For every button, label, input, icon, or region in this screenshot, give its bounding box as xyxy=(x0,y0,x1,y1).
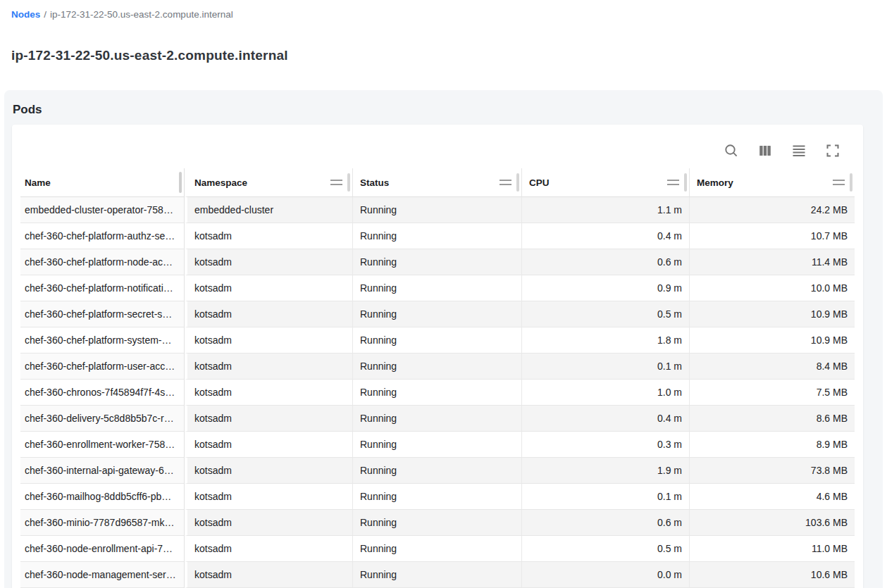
column-drag-handle-icon[interactable] xyxy=(667,180,679,185)
column-label: Memory xyxy=(697,177,733,188)
cell-memory: 103.6 MB xyxy=(689,510,855,536)
column-label: Name xyxy=(25,177,51,188)
cell-name: chef-360-chef-platform-authz-se… xyxy=(20,223,185,249)
column-resize-handle[interactable] xyxy=(850,173,852,192)
table-row[interactable]: chef-360-minio-7787d96587-mk…kotsadmRunn… xyxy=(20,510,855,536)
cell-status: Running xyxy=(352,197,521,223)
pods-table-panel: Name Namespace Status xyxy=(12,125,863,588)
cell-memory: 10.9 MB xyxy=(689,301,855,327)
column-label: Namespace xyxy=(194,177,247,188)
column-header-cpu[interactable]: CPU xyxy=(521,168,689,197)
table-row[interactable]: chef-360-chef-platform-user-acc…kotsadmR… xyxy=(20,354,855,380)
cell-name: chef-360-mailhog-8ddb5cff6-pb… xyxy=(20,484,185,510)
cell-memory: 10.6 MB xyxy=(689,562,855,588)
breadcrumb: Nodes / ip-172-31-22-50.us-east-2.comput… xyxy=(0,0,887,20)
cell-memory: 10.7 MB xyxy=(689,223,855,249)
table-row[interactable]: chef-360-mailhog-8ddb5cff6-pb…kotsadmRun… xyxy=(20,484,855,510)
cell-namespace: kotsadm xyxy=(185,510,352,536)
column-header-namespace[interactable]: Namespace xyxy=(185,168,352,197)
cell-status: Running xyxy=(352,510,521,536)
column-resize-handle[interactable] xyxy=(684,173,687,192)
cell-memory: 10.9 MB xyxy=(689,327,855,354)
cell-namespace: embedded-cluster xyxy=(185,197,352,223)
column-resize-handle[interactable] xyxy=(179,172,182,193)
cell-namespace: kotsadm xyxy=(185,354,352,380)
page-title: ip-172-31-22-50.us-east-2.compute.intern… xyxy=(11,48,876,63)
cell-status: Running xyxy=(352,432,521,458)
cell-namespace: kotsadm xyxy=(185,432,352,458)
cell-status: Running xyxy=(352,354,521,380)
column-drag-handle-icon[interactable] xyxy=(500,180,511,185)
cell-status: Running xyxy=(352,406,521,432)
table-row[interactable]: chef-360-delivery-5c8d8b5b7c-r…kotsadmRu… xyxy=(20,406,855,432)
cell-cpu: 1.1 m xyxy=(521,197,689,223)
cell-name: chef-360-chef-platform-notificati… xyxy=(20,275,185,301)
table-row[interactable]: chef-360-chef-platform-node-ac…kotsadmRu… xyxy=(20,249,855,275)
cell-status: Running xyxy=(352,249,521,275)
cell-name: chef-360-chef-platform-secret-s… xyxy=(20,301,185,327)
cell-status: Running xyxy=(352,301,521,327)
column-resize-handle[interactable] xyxy=(516,173,519,192)
cell-cpu: 1.9 m xyxy=(521,458,689,484)
table-toolbar xyxy=(20,133,855,168)
cell-cpu: 0.6 m xyxy=(521,249,689,275)
table-row[interactable]: chef-360-enrollment-worker-758…kotsadmRu… xyxy=(20,432,855,458)
column-drag-handle-icon[interactable] xyxy=(330,180,342,185)
cell-memory: 4.6 MB xyxy=(689,484,855,510)
cell-cpu: 0.5 m xyxy=(521,536,689,562)
table-row[interactable]: embedded-cluster-operator-758…embedded-c… xyxy=(20,197,855,223)
breadcrumb-link-nodes[interactable]: Nodes xyxy=(11,9,40,20)
cell-memory: 8.6 MB xyxy=(689,406,855,432)
table-row[interactable]: chef-360-chef-platform-system-…kotsadmRu… xyxy=(20,327,855,354)
column-header-name[interactable]: Name xyxy=(20,168,185,197)
cell-status: Running xyxy=(352,380,521,406)
show-hide-columns-button[interactable] xyxy=(753,139,777,163)
cell-name: embedded-cluster-operator-758… xyxy=(20,197,185,223)
cell-cpu: 0.4 m xyxy=(521,406,689,432)
cell-memory: 7.5 MB xyxy=(689,380,855,406)
cell-name: chef-360-minio-7787d96587-mk… xyxy=(20,510,185,536)
breadcrumb-separator: / xyxy=(44,9,46,20)
table-row[interactable]: chef-360-chef-platform-notificati…kotsad… xyxy=(20,275,855,301)
cell-namespace: kotsadm xyxy=(185,249,352,275)
cell-status: Running xyxy=(352,562,521,588)
table-row[interactable]: chef-360-node-management-ser…kotsadmRunn… xyxy=(20,562,855,588)
cell-name: chef-360-chronos-7f45894f7f-4s… xyxy=(20,380,185,406)
cell-namespace: kotsadm xyxy=(185,275,352,301)
cell-cpu: 0.6 m xyxy=(521,510,689,536)
table-row[interactable]: chef-360-internal-api-gateway-6…kotsadmR… xyxy=(20,458,855,484)
table-row[interactable]: chef-360-chronos-7f45894f7f-4s…kotsadmRu… xyxy=(20,380,855,406)
column-drag-handle-icon[interactable] xyxy=(833,180,845,185)
cell-cpu: 1.0 m xyxy=(521,380,689,406)
cell-cpu: 0.1 m xyxy=(521,354,689,380)
column-header-status[interactable]: Status xyxy=(352,168,521,197)
cell-memory: 11.4 MB xyxy=(689,249,855,275)
cell-name: chef-360-internal-api-gateway-6… xyxy=(20,458,185,484)
table-row[interactable]: chef-360-chef-platform-secret-s…kotsadmR… xyxy=(20,301,855,327)
cell-name: chef-360-chef-platform-user-acc… xyxy=(20,354,185,380)
cell-status: Running xyxy=(352,484,521,510)
column-header-memory[interactable]: Memory xyxy=(689,168,855,197)
cell-cpu: 0.4 m xyxy=(521,223,689,249)
table-row[interactable]: chef-360-node-enrollment-api-7…kotsadmRu… xyxy=(20,536,855,562)
breadcrumb-current: ip-172-31-22-50.us-east-2.compute.intern… xyxy=(50,9,233,20)
cell-cpu: 0.3 m xyxy=(521,432,689,458)
density-icon xyxy=(791,143,807,158)
cell-name: chef-360-node-management-ser… xyxy=(20,562,185,588)
column-resize-handle[interactable] xyxy=(347,173,350,192)
search-icon xyxy=(724,143,739,158)
cell-name: chef-360-chef-platform-system-… xyxy=(20,327,185,354)
table-row[interactable]: chef-360-chef-platform-authz-se…kotsadmR… xyxy=(20,223,855,249)
cell-cpu: 0.5 m xyxy=(521,301,689,327)
toggle-fullscreen-button[interactable] xyxy=(821,139,845,163)
search-button[interactable] xyxy=(719,139,743,163)
cell-memory: 24.2 MB xyxy=(689,197,855,223)
toggle-density-button[interactable] xyxy=(787,139,811,163)
cell-status: Running xyxy=(352,458,521,484)
cell-namespace: kotsadm xyxy=(185,458,352,484)
cell-namespace: kotsadm xyxy=(185,380,352,406)
cell-namespace: kotsadm xyxy=(185,301,352,327)
cell-name: chef-360-delivery-5c8d8b5b7c-r… xyxy=(20,406,185,432)
cell-cpu: 0.9 m xyxy=(521,275,689,301)
column-label: Status xyxy=(360,177,389,188)
